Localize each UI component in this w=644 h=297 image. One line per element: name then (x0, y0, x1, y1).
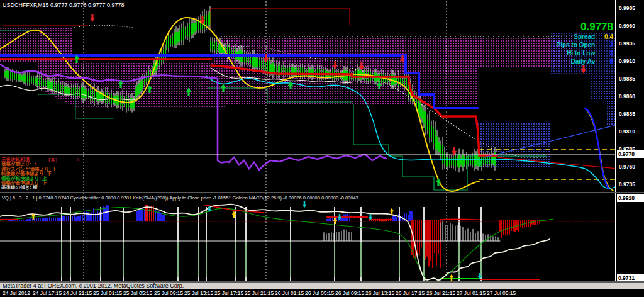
time-axis-label: 24 Jul 17:15 (33, 290, 62, 296)
price-axis-label: 0.9860 (619, 93, 635, 99)
status-bar: MetaTrader 4 at FOREX.com, c 2001-2012, … (0, 283, 644, 289)
time-axis-label: 27 Jul 01:15 (457, 290, 486, 296)
current-price-display: 0.9778 (557, 21, 613, 33)
time-axis-label: 25 Jul 17:15 (214, 290, 243, 296)
hi-to-low-row: Hi to Low 3 (557, 49, 613, 57)
time-axis-label: 26 Jul 09:15 (335, 290, 364, 296)
time-axis-label: 25 Jul 01:15 (93, 290, 122, 296)
time-axis-label: 26 Jul 05:15 (305, 290, 334, 296)
price-axis-label: 0.9985 (619, 5, 635, 11)
mt4-chart-window: USDCHFFXF,M15 0.9777 0.9778 0.9777 0.977… (0, 0, 644, 297)
price-axis-label: 0.9735 (619, 181, 635, 188)
time-axis[interactable]: 24 Jul 201224 Jul 17:1524 Jul 21:1525 Ju… (0, 289, 644, 297)
time-axis-label: 26 Jul 13:15 (365, 290, 394, 296)
pips-to-open-row: Pips to Open 2 (557, 41, 613, 49)
daily-av-row: Daily Av 9 (557, 57, 613, 65)
price-axis-label: 0.9885 (619, 76, 635, 82)
price-axis[interactable]: 0.9778 0.9928 0.9731 0.99850.99600.99350… (615, 0, 644, 281)
time-axis-label: 25 Jul 13:15 (184, 290, 213, 296)
price-axis-label: 0.9960 (619, 23, 635, 29)
price-axis-label: 0.9935 (619, 40, 635, 47)
price-axis-label: 0.9785 (619, 146, 635, 152)
window-separator[interactable] (0, 192, 644, 193)
ichimoku-status-line: 基準線の傾き: 横 (1, 185, 79, 189)
time-axis-label: 26 Jul 17:15 (396, 290, 425, 296)
time-axis-label: 25 Jul 05:15 (123, 290, 152, 296)
kumo-cloud-magenta (0, 26, 572, 107)
time-axis-label: 25 Jul 09:15 (154, 290, 183, 296)
spread-row: Spread 0.4 (557, 33, 613, 41)
price-axis-label: 0.9810 (619, 128, 635, 135)
price-axis-label: 0.9760 (619, 164, 635, 170)
quote-panel: 0.9778 Spread 0.4 Pips to Open 2 Hi to L… (557, 21, 613, 65)
time-axis-label: 27 Jul 05:15 (487, 290, 516, 296)
chart-canvas[interactable] (0, 0, 644, 297)
sub-window-indicator-header: VQ | 5 . 3 . 2 . 1 | 0.9748 0.9748 Cycle… (2, 195, 358, 201)
time-axis-label: 24 Jul 21:15 (63, 290, 92, 296)
time-axis-label: 26 Jul 21:15 (426, 290, 455, 296)
chart-title: USDCHFFXF,M15 0.9777 0.9778 0.9777 0.977… (3, 2, 125, 8)
time-axis-label: 24 Jul 2012 (3, 290, 30, 296)
price-axis-label: 0.9835 (619, 111, 635, 117)
sub-axis-max-tag: 0.9928 (617, 194, 644, 202)
time-axis-label: 26 Jul 01:15 (275, 290, 304, 296)
price-axis-label: 0.9910 (619, 58, 635, 64)
ichimoku-status-panel: 三役逆転相場――――('Д')――――!!価格が雲より: 下遅行スパンが価格より… (1, 157, 79, 190)
time-axis-label: 25 Jul 21:15 (245, 290, 274, 296)
